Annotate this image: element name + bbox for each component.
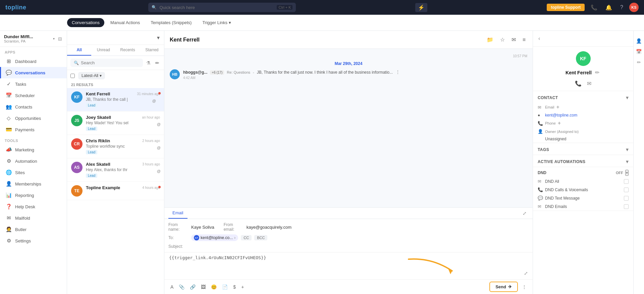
bcc-button[interactable]: BCC <box>254 235 267 240</box>
butler-icon: 🤵 <box>6 226 12 232</box>
panel-folder-button[interactable]: 📁 <box>485 35 495 45</box>
extra-icon-edit[interactable]: ✏ <box>636 58 642 66</box>
sidebar-item-dashboard[interactable]: ⊞ Dashboard <box>0 56 67 67</box>
conversation-item-chris-riklin[interactable]: CR Chris Riklin 2 hours ago Topline work… <box>67 135 164 158</box>
subnav-manual-actions-button[interactable]: Manual Actions <box>106 18 145 27</box>
dnd-text-checkbox[interactable] <box>624 196 629 201</box>
sidebar-item-marketing[interactable]: 📣 Marketing <box>0 144 67 155</box>
automations-section-header[interactable]: Active Automations ▾ <box>533 155 633 167</box>
sidebar-item-automation[interactable]: ⚙ Automation <box>0 155 67 167</box>
dnd-text-icon: 💬 <box>538 196 543 201</box>
sidebar-toggle-button[interactable]: ⊟ <box>57 35 63 42</box>
add-email-button[interactable]: + <box>556 104 559 110</box>
toolbar-doc-button[interactable]: 📄 <box>220 283 230 291</box>
msg-more-button[interactable]: ⋮ <box>395 69 400 75</box>
to-chip[interactable]: KF kent@topline.co... › <box>191 234 238 241</box>
global-search-bar[interactable]: 🔍 Ctrl + K <box>148 3 296 12</box>
body-expand-button[interactable]: ⤢ <box>522 269 530 278</box>
contact-email-button[interactable]: ✉ <box>586 79 593 88</box>
contact-chevron-button[interactable]: ▾ <box>626 94 629 101</box>
send-button[interactable]: Send ✈ <box>489 282 518 292</box>
tab-recents[interactable]: Recents <box>116 45 140 56</box>
conversation-item-topline-example[interactable]: TE Topline Example 4 hours ago <box>67 182 164 200</box>
conversation-item-alex-skatell[interactable]: AS Alex Skatell 3 hours ago Hey Alex, th… <box>67 158 164 182</box>
support-button[interactable]: topline Support <box>547 4 585 11</box>
add-phone-button[interactable]: + <box>558 120 561 126</box>
dnd-all-label: DND All <box>545 179 624 184</box>
edit-contact-button[interactable]: ✏ <box>594 68 601 77</box>
expand-panel-button[interactable]: ▾ <box>155 33 161 43</box>
toolbar-dollar-button[interactable]: $ <box>231 283 238 291</box>
compose-tab-email[interactable]: Email <box>168 208 187 219</box>
right-panel-collapse-button[interactable]: ‹ <box>536 33 542 44</box>
tab-all[interactable]: All <box>67 45 91 56</box>
global-search-input[interactable] <box>159 5 274 10</box>
toolbar-image-button[interactable]: 🖼 <box>199 283 208 291</box>
dnd-all-checkbox[interactable] <box>624 179 629 184</box>
subject-input[interactable] <box>191 244 529 249</box>
lightning-button[interactable]: ⚡ <box>415 3 427 12</box>
sidebar-item-sites[interactable]: 🌐 Sites <box>0 167 67 178</box>
dnd-calls-checkbox[interactable] <box>624 188 629 192</box>
phone-icon-button[interactable]: 📞 <box>589 3 599 12</box>
tags-chevron-button[interactable]: ▾ <box>626 146 629 153</box>
from-email-label: From email: <box>224 222 244 232</box>
toolbar-emoji-button[interactable]: 😊 <box>209 283 219 291</box>
sidebar-label-sites: Sites <box>15 170 25 175</box>
contact-section-header[interactable]: Contact ▾ <box>533 91 633 103</box>
toolbar-attachment-button[interactable]: 📎 <box>177 283 186 291</box>
conversation-item-joey-skatell[interactable]: JS Joey Skatell an hour ago Hey Wade! Ye… <box>67 112 164 135</box>
sidebar-item-contacts[interactable]: 👥 Contacts <box>0 101 67 113</box>
panel-star-button[interactable]: ☆ <box>498 35 506 45</box>
tags-section-header[interactable]: Tags ▾ <box>533 143 633 155</box>
msg-content: hboggs@g... +6 (17) Re: Questions - JB, … <box>183 69 527 80</box>
sidebar-item-butler[interactable]: 🤵 Butler <box>0 224 67 235</box>
compose-body[interactable]: {{trigger_link.4rUuNcIN02CFIFvUHEOS}} ⤢ <box>164 252 533 279</box>
conv-search-input[interactable] <box>81 60 140 65</box>
subnav-templates-button[interactable]: Templates (Snippets) <box>146 18 196 27</box>
tab-unread[interactable]: Unread <box>91 45 115 56</box>
conv-avatar-js: JS <box>71 115 83 126</box>
cc-button[interactable]: CC <box>241 235 252 240</box>
subnav-conversations-button[interactable]: Conversations <box>67 18 104 27</box>
subnav-trigger-links-button[interactable]: Trigger Links ▾ <box>198 18 236 27</box>
notifications-button[interactable]: 🔔 <box>603 3 614 12</box>
sidebar-item-memberships[interactable]: 👤 Memberships <box>0 178 67 190</box>
conv-tag-js: Lead <box>86 127 97 131</box>
sidebar-item-mailfold[interactable]: ✉ Mailfold <box>0 212 67 224</box>
sort-select-button[interactable]: Latest-All ▾ <box>78 72 105 79</box>
toolbar-format-button[interactable]: A <box>168 283 175 291</box>
sidebar-item-tasks[interactable]: ✓ Tasks <box>0 78 67 90</box>
compose-new-button[interactable]: ✏ <box>154 59 161 67</box>
sidebar-item-scheduler[interactable]: 📅 Scheduler <box>0 90 67 101</box>
filter-button[interactable]: ⚗ <box>145 59 152 67</box>
tab-starred[interactable]: Starred <box>140 45 164 56</box>
extra-icon-user[interactable]: 👤 <box>635 37 643 45</box>
panel-more-button[interactable]: ≡ <box>521 35 527 45</box>
dnd-emails-label: DND Emails <box>545 204 624 209</box>
automations-chevron-button[interactable]: ▾ <box>626 158 629 165</box>
conversation-item-kent-ferrell[interactable]: KF Kent Ferrell 31 minutes ago JB, Thank… <box>67 88 164 112</box>
workspace-header[interactable]: Dunder Miffl... Scranton, PA ▾ ⊟ <box>0 31 67 47</box>
user-avatar-button[interactable]: KS <box>629 3 639 12</box>
sidebar-item-reporting[interactable]: 📊 Reporting <box>0 190 67 201</box>
toolbar-link-button[interactable]: 🔗 <box>188 283 198 291</box>
sidebar-item-payments[interactable]: 💳 Payments <box>0 124 67 135</box>
select-all-checkbox[interactable] <box>70 74 75 78</box>
compose-expand-button[interactable]: ⤢ <box>521 208 529 219</box>
help-button[interactable]: ? <box>618 3 625 12</box>
toolbar-send-options-button[interactable]: ⋮ <box>520 283 529 291</box>
panel-email-button[interactable]: ✉ <box>510 35 518 45</box>
sidebar-item-settings[interactable]: ⚙ Settings <box>0 235 67 246</box>
extra-icon-calendar[interactable]: 📅 <box>635 48 643 56</box>
sidebar-item-opportunities[interactable]: ◇ Opportunities <box>0 113 67 124</box>
dnd-section: DND OFF ▾ ✉ DND All 📞 DND Calls & Voicem… <box>533 167 633 211</box>
dnd-chevron-button[interactable]: ▾ <box>625 170 629 176</box>
contact-phone-button[interactable]: 📞 <box>574 79 583 88</box>
dnd-emails-checkbox[interactable] <box>624 204 629 209</box>
sidebar-item-conversations[interactable]: 💬 Conversations <box>0 67 67 78</box>
sidebar-item-helpdesk[interactable]: ❓ Help Desk <box>0 201 67 212</box>
toolbar-plus-button[interactable]: + <box>239 283 246 291</box>
search-input-wrap[interactable]: 🔍 <box>70 59 143 67</box>
to-label: To: <box>168 235 189 240</box>
